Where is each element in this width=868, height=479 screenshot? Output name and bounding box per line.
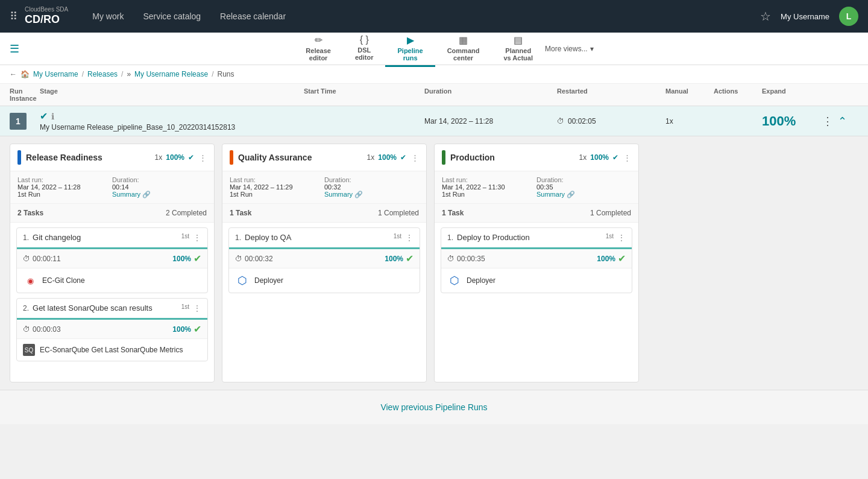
stage-production: Production 1x 100% ✔ ⋮ Last run: Mar 14,… — [434, 144, 639, 382]
qa-task-duration: 00:00:32 — [245, 255, 273, 263]
run-number: 1 — [10, 113, 27, 130]
qa-task-run-label-1: 1st — [394, 233, 401, 240]
back-icon[interactable]: ← — [10, 70, 17, 78]
task-num-2: 2. — [23, 304, 29, 312]
hamburger-icon[interactable]: ☰ — [10, 42, 19, 56]
qa-task-menu-icon-1[interactable]: ⋮ — [405, 233, 414, 243]
stage-qa-title: Quality Assurance — [238, 153, 362, 162]
task-percent-2: 100% — [172, 325, 191, 334]
task-check-icon-1: ✔ — [193, 253, 201, 264]
grid-icon[interactable]: ⠿ — [10, 10, 17, 23]
qa-summary-link[interactable]: Summary 🔗 — [324, 191, 419, 198]
tab-planned-actual[interactable]: ▤ Plannedvs Actual — [491, 31, 545, 67]
stages-area: Release Readiness 1x 100% ✔ ⋮ Last run: … — [0, 136, 868, 390]
favorite-icon[interactable]: ☆ — [760, 9, 771, 24]
stage-qa-menu-icon[interactable]: ⋮ — [411, 153, 419, 162]
prod-summary-link[interactable]: Summary 🔗 — [536, 191, 631, 198]
brand-top: CloudBees SDA — [25, 6, 68, 13]
prod-task-num-1: 1. — [447, 233, 453, 242]
task-clock-icon-2: ⏱ — [23, 325, 30, 334]
stage-release-readiness-meta: 1x 100% ✔ — [155, 153, 194, 162]
task-deploy-qa-timing: ⏱ 00:00:32 100% ✔ — [229, 249, 420, 268]
run-restarted: 1x — [665, 117, 714, 125]
nav-release-calendar[interactable]: Release calendar — [220, 11, 286, 21]
sonarqube-label: EC-SonarQube Get Last SonarQube Metrics — [40, 346, 183, 354]
avatar[interactable]: L — [839, 7, 858, 26]
tab-dsl-editor[interactable]: { } DSLeditor — [343, 31, 386, 66]
stage-release-readiness: Release Readiness 1x 100% ✔ ⋮ Last run: … — [10, 144, 215, 382]
run-info-icon[interactable]: ℹ — [51, 112, 54, 121]
task-duration-2: 00:00:03 — [33, 325, 61, 334]
tab-pipeline-runs[interactable]: ▶ Pipelineruns — [385, 31, 435, 67]
run-number-cell: 1 — [10, 113, 40, 130]
qa-last-run-date: Mar 14, 2022 – 11:29 — [230, 183, 324, 191]
task-step-deployer-prod: ⬡ Deployer — [441, 268, 632, 293]
stage-tasks-header: 2 Tasks 2 Completed — [10, 204, 214, 223]
command-center-icon: ▦ — [459, 34, 468, 46]
collapse-icon[interactable]: ⌃ — [838, 115, 847, 128]
stage-prod-check-icon: ✔ — [612, 153, 618, 162]
task-deploy-prod-header: 1. Deploy to Production 1st ⋮ — [441, 228, 632, 249]
deployer-prod-label: Deployer — [467, 276, 495, 285]
breadcrumb-username[interactable]: My Username — [33, 70, 78, 78]
task-deploy-prod-timing: ⏱ 00:00:35 100% ✔ — [441, 249, 632, 268]
breadcrumb-release-name[interactable]: My Username Release — [134, 70, 208, 78]
view-previous-link[interactable]: View previous Pipeline Runs — [380, 402, 487, 412]
run-start-time: Mar 14, 2022 – 11:28 — [424, 117, 557, 125]
secondary-navigation: ☰ ✏ Releaseeditor { } DSLeditor ▶ Pipeli… — [0, 33, 868, 65]
task-menu-icon-1[interactable]: ⋮ — [193, 233, 201, 243]
stage-quality-assurance: Quality Assurance 1x 100% ✔ ⋮ Last run: … — [222, 144, 427, 382]
duration-value: 00:14 — [112, 183, 207, 191]
task-menu-icon-2[interactable]: ⋮ — [193, 303, 201, 313]
chevron-down-icon: ▾ — [590, 45, 594, 53]
run-percent: 100% — [762, 113, 822, 129]
prod-task-menu-icon-1[interactable]: ⋮ — [617, 233, 626, 243]
breadcrumb-arrow-icon: » — [127, 70, 131, 78]
task-git-changelog-timing: ⏱ 00:00:11 100% ✔ — [17, 249, 207, 268]
breadcrumb-releases[interactable]: Releases — [87, 70, 118, 78]
nav-my-work[interactable]: My work — [92, 11, 124, 21]
prod-tasks-count: 1 Task — [442, 209, 464, 217]
stage-qa-header: Quality Assurance 1x 100% ✔ ⋮ — [222, 144, 426, 171]
view-previous-section: View previous Pipeline Runs — [0, 390, 868, 424]
qa-task-percent: 100% — [385, 255, 403, 263]
planned-actual-icon: ▤ — [514, 34, 523, 46]
brand: CloudBees SDA CD/RO — [25, 6, 68, 27]
col-start-time: Start Time — [304, 87, 424, 102]
tab-command-center[interactable]: ▦ Commandcenter — [435, 31, 492, 67]
nav-service-catalog[interactable]: Service catalog — [143, 11, 201, 21]
stage-menu-icon[interactable]: ⋮ — [199, 153, 207, 162]
qa-task-check-icon: ✔ — [406, 253, 414, 264]
more-views-dropdown[interactable]: More views... ▾ — [545, 45, 594, 53]
stage-prod-run-count: 1x — [579, 153, 587, 162]
run-name-cell: ✔ ℹ My Username Release_pipeline_Base_10… — [40, 110, 304, 132]
run-row: 1 ✔ ℹ My Username Release_pipeline_Base_… — [0, 106, 868, 136]
stage-release-readiness-info: Last run: Mar 14, 2022 – 11:28 1st Run D… — [10, 171, 214, 204]
deployer-prod-icon: ⬡ — [447, 273, 462, 288]
last-run-label: Last run: — [17, 176, 112, 183]
last-run-date: Mar 14, 2022 – 11:28 — [17, 183, 112, 191]
run-name: My Username Release_pipeline_Base_10_202… — [40, 123, 304, 132]
deployer-qa-icon: ⬡ — [235, 273, 250, 288]
stage-production-title: Production — [450, 153, 574, 162]
summary-link[interactable]: Summary 🔗 — [112, 191, 207, 198]
run-menu-icon[interactable]: ⋮ — [822, 115, 833, 128]
stage-prod-menu-icon[interactable]: ⋮ — [623, 153, 631, 162]
table-header: Run Instance Stage Start Time Duration R… — [0, 84, 868, 106]
col-expand: Expand — [762, 87, 822, 102]
stage-prod-percent: 100% — [590, 153, 609, 162]
stage-qa-meta: 1x 100% ✔ — [367, 153, 406, 162]
col-actions: Actions — [714, 87, 762, 102]
nav-links: My work Service catalog Release calendar — [92, 11, 760, 21]
breadcrumb-sep-1: / — [82, 70, 84, 78]
stage-qa-info: Last run: Mar 14, 2022 – 11:29 1st Run D… — [222, 171, 426, 204]
tab-release-editor[interactable]: ✏ Releaseeditor — [294, 31, 343, 67]
run-status-icons: ✔ ℹ — [40, 110, 304, 122]
dsl-editor-icon: { } — [360, 34, 369, 45]
breadcrumb-sep-3: / — [212, 70, 213, 78]
prod-tasks-completed: 1 Completed — [590, 209, 631, 217]
task-clock-icon-1: ⏱ — [23, 255, 30, 263]
task-duration-1: 00:00:11 — [33, 255, 61, 263]
col-run-instance: Run Instance — [10, 87, 40, 102]
breadcrumb-sep-2: / — [121, 70, 123, 78]
